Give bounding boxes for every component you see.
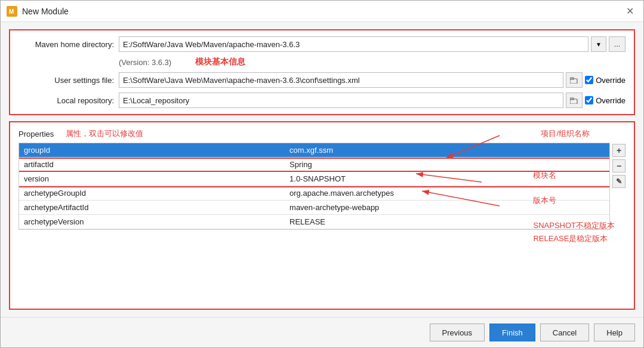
maven-home-input[interactable]: [119, 36, 588, 52]
property-value: com.xgf.ssm: [285, 143, 609, 158]
svg-text:M: M: [9, 8, 14, 15]
local-repo-override-wrapper: Override: [585, 96, 625, 105]
cancel-button[interactable]: Cancel: [540, 324, 589, 341]
property-key: archetypeGroupId: [19, 186, 285, 201]
properties-label: Properties: [19, 130, 54, 138]
local-repo-input-wrapper: Override: [119, 93, 625, 108]
property-key: archetypeArtifactId: [19, 201, 285, 215]
version-row: (Version: 3.6.3) 模块基本信息: [19, 57, 625, 67]
maven-home-label: Maven home directory:: [19, 40, 114, 49]
app-icon: M: [7, 6, 17, 17]
annotation-snapshot: SNAPSHOT不稳定版本: [533, 220, 615, 231]
maven-home-dropdown-button[interactable]: ▼: [591, 36, 606, 52]
properties-table: groupIdcom.xgf.ssmartifactIdSpringversio…: [19, 143, 610, 230]
user-settings-input[interactable]: [119, 72, 563, 88]
properties-table-inner: groupIdcom.xgf.ssmartifactIdSpringversio…: [19, 143, 609, 229]
annotation-attr: 属性，双击可以修改值: [66, 128, 143, 139]
property-key: archetypeVersion: [19, 215, 285, 229]
user-settings-override-label: Override: [596, 76, 625, 85]
maven-home-browse-button[interactable]: …: [609, 36, 625, 52]
annotation-version: 版本号: [533, 195, 615, 206]
user-settings-row: User settings file: Override: [19, 72, 625, 88]
right-annotations: 模块名 版本号 SNAPSHOT不稳定版本 RELEASE是稳定版本: [533, 170, 615, 244]
content-area: Maven home directory: ▼ … (Version: 3.6.…: [1, 22, 643, 317]
footer: Previous Finish Cancel Help: [1, 317, 643, 347]
add-property-button[interactable]: +: [612, 144, 625, 157]
local-repo-row: Local repository: Override: [19, 93, 625, 108]
title-bar: M New Module ✕: [1, 1, 643, 22]
help-button[interactable]: Help: [594, 324, 635, 341]
properties-header: Properties 属性，双击可以修改值 项目/组织名称: [19, 128, 625, 139]
property-value: Spring: [285, 158, 609, 172]
table-row[interactable]: version1.0-SNAPSHOT: [19, 172, 609, 186]
user-settings-override-checkbox[interactable]: [585, 76, 593, 84]
table-row[interactable]: artifactIdSpring: [19, 158, 609, 172]
module-info-label: 模块基本信息: [195, 57, 245, 67]
title-bar-left: M New Module: [7, 6, 69, 17]
annotation-project: 项目/组织名称: [541, 128, 590, 139]
table-row[interactable]: archetypeGroupIdorg.apache.maven.archety…: [19, 186, 609, 201]
properties-section: Properties 属性，双击可以修改值 项目/组织名称 groupIdcom…: [9, 121, 635, 310]
user-settings-label: User settings file:: [19, 76, 114, 85]
user-settings-input-wrapper: Override: [119, 72, 625, 88]
previous-button[interactable]: Previous: [430, 324, 485, 341]
user-settings-browse-button[interactable]: [566, 72, 583, 88]
annotation-module: 模块名: [533, 170, 615, 181]
maven-home-row: Maven home directory: ▼ …: [19, 36, 625, 52]
version-text: (Version: 3.6.3): [119, 58, 171, 67]
window-title: New Module: [22, 7, 69, 16]
finish-button[interactable]: Finish: [489, 324, 535, 341]
user-settings-override-wrapper: Override: [585, 76, 625, 85]
property-key: version: [19, 172, 285, 186]
property-key: groupId: [19, 143, 285, 158]
local-repo-override-label: Override: [596, 96, 625, 105]
local-repo-label: Local repository:: [19, 96, 114, 105]
maven-config-section: Maven home directory: ▼ … (Version: 3.6.…: [9, 29, 635, 115]
maven-home-input-wrapper: ▼ …: [119, 36, 625, 52]
table-row[interactable]: archetypeArtifactIdmaven-archetype-webap…: [19, 201, 609, 215]
property-key: artifactId: [19, 158, 285, 172]
new-module-window: M New Module ✕ Maven home directory: ▼ ……: [0, 0, 644, 348]
table-row[interactable]: groupIdcom.xgf.ssm: [19, 143, 609, 158]
table-row[interactable]: archetypeVersionRELEASE: [19, 215, 609, 229]
local-repo-override-checkbox[interactable]: [585, 96, 593, 104]
close-button[interactable]: ✕: [623, 4, 637, 18]
annotation-release: RELEASE是稳定版本: [533, 233, 615, 244]
local-repo-browse-button[interactable]: [566, 93, 583, 108]
local-repo-input[interactable]: [119, 93, 563, 108]
